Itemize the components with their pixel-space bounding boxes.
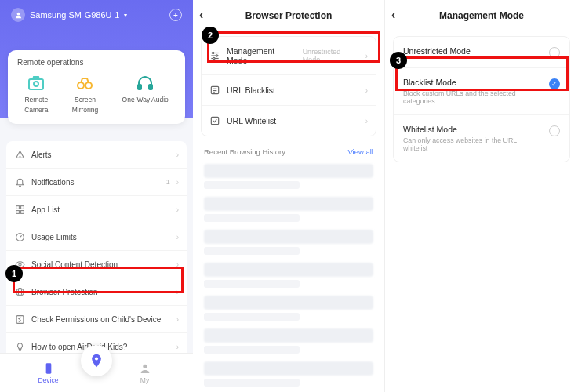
svg-rect-18 bbox=[16, 315, 24, 323]
svg-point-4 bbox=[85, 82, 92, 89]
step-highlight-1 bbox=[13, 267, 184, 293]
step-badge-1: 1 bbox=[5, 265, 23, 282]
grid-icon bbox=[14, 204, 25, 215]
phone-icon bbox=[42, 362, 55, 375]
svg-point-20 bbox=[143, 364, 147, 368]
menu-app-list[interactable]: App List › bbox=[6, 196, 187, 223]
mode-whitelist[interactable]: Whitelist Mode Can only access websites … bbox=[394, 115, 569, 162]
step-highlight-2 bbox=[207, 31, 380, 63]
location-icon bbox=[89, 353, 104, 368]
svg-rect-10 bbox=[20, 205, 24, 209]
step-badge-2: 2 bbox=[202, 27, 219, 44]
alert-icon bbox=[14, 149, 25, 160]
panel-title: Browser Protection bbox=[245, 10, 333, 21]
radio-whitelist[interactable] bbox=[549, 125, 560, 136]
checklist-icon bbox=[14, 314, 25, 325]
one-way-audio-button[interactable]: One-Way Audio bbox=[122, 73, 169, 114]
svg-rect-11 bbox=[16, 210, 19, 213]
chevron-right-icon: › bbox=[176, 343, 179, 351]
chevron-right-icon: › bbox=[176, 233, 179, 241]
blocked-list-icon bbox=[209, 85, 220, 96]
person-icon bbox=[139, 362, 151, 375]
row-url-whitelist[interactable]: URL Whitelist › bbox=[202, 106, 376, 136]
panel-header: ‹ Browser Protection bbox=[193, 0, 384, 31]
svg-rect-6 bbox=[149, 85, 152, 89]
chevron-right-icon: › bbox=[365, 86, 368, 95]
chevron-right-icon: › bbox=[176, 315, 179, 324]
svg-point-0 bbox=[16, 12, 20, 15]
row-url-blacklist[interactable]: URL Blacklist › bbox=[202, 75, 376, 106]
step-highlight-3 bbox=[395, 56, 569, 91]
chevron-right-icon: › bbox=[176, 205, 179, 214]
back-button[interactable]: ‹ bbox=[391, 8, 395, 22]
person-icon bbox=[11, 8, 25, 22]
allowed-list-icon bbox=[209, 115, 220, 126]
chevron-right-icon: › bbox=[365, 117, 368, 125]
remote-operations-title: Remote operations bbox=[13, 58, 180, 73]
menu-notifications[interactable]: Notifications 1 › bbox=[6, 169, 187, 196]
svg-point-3 bbox=[78, 82, 84, 89]
svg-point-2 bbox=[34, 82, 38, 86]
screen-mirroring-button[interactable]: Screen Mirroring bbox=[72, 73, 99, 114]
device-name: Samsung SM-G986U-1 bbox=[30, 10, 119, 20]
chevron-right-icon: › bbox=[176, 178, 179, 187]
history-list-blurred bbox=[193, 164, 384, 392]
svg-point-21 bbox=[95, 357, 98, 360]
svg-point-14 bbox=[18, 263, 20, 265]
menu-usage-limits[interactable]: Usage Limits › bbox=[6, 223, 187, 251]
device-selector[interactable]: Samsung SM-G986U-1 ▾ + bbox=[0, 0, 193, 27]
svg-point-8 bbox=[20, 156, 20, 157]
device-header: Samsung SM-G986U-1 ▾ + Remote operations… bbox=[0, 0, 193, 118]
svg-rect-1 bbox=[29, 79, 43, 89]
gauge-icon bbox=[14, 231, 25, 242]
camera-icon bbox=[26, 73, 46, 93]
headphones-icon bbox=[135, 73, 155, 93]
history-label: Recent Browsing History bbox=[204, 147, 285, 156]
panel-title: Management Mode bbox=[439, 10, 524, 21]
binoculars-icon bbox=[75, 73, 95, 93]
svg-rect-32 bbox=[211, 117, 218, 124]
device-panel: Samsung SM-G986U-1 ▾ + Remote operations… bbox=[0, 0, 193, 392]
panel-header: ‹ Management Mode bbox=[385, 0, 578, 31]
lightbulb-icon bbox=[14, 341, 25, 352]
step-badge-3: 3 bbox=[390, 52, 407, 69]
menu-check-permissions[interactable]: Check Permissions on Child's Device › bbox=[6, 306, 187, 333]
main-menu: Alerts › Notifications 1 › App List › Us… bbox=[6, 141, 187, 360]
svg-rect-19 bbox=[45, 363, 51, 373]
back-button[interactable]: ‹ bbox=[199, 8, 203, 22]
svg-rect-12 bbox=[20, 210, 24, 213]
svg-rect-9 bbox=[16, 205, 19, 209]
location-fab[interactable] bbox=[81, 345, 112, 376]
menu-alerts[interactable]: Alerts › bbox=[6, 141, 187, 169]
add-device-button[interactable]: + bbox=[169, 9, 182, 21]
remote-camera-button[interactable]: Remote Camera bbox=[24, 73, 48, 114]
dropdown-caret-icon: ▾ bbox=[124, 12, 127, 19]
chevron-right-icon: › bbox=[176, 151, 179, 159]
bell-icon bbox=[14, 176, 25, 187]
svg-rect-5 bbox=[138, 85, 141, 89]
view-all-link[interactable]: View all bbox=[347, 147, 373, 156]
remote-operations-card: Remote operations Remote Camera Screen M… bbox=[8, 50, 185, 124]
